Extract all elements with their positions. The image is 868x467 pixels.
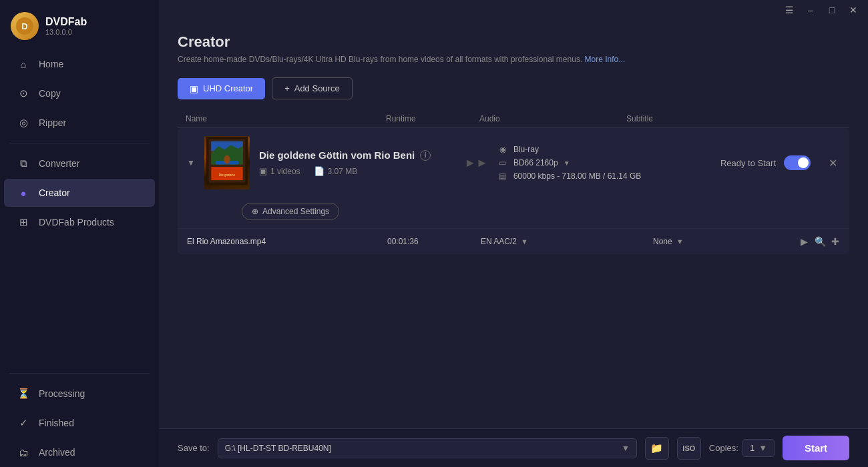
uhd-creator-icon: ▣	[190, 83, 198, 94]
sidebar-item-ripper[interactable]: ◎ Ripper	[4, 109, 155, 137]
iso-button[interactable]: ISO	[677, 437, 701, 460]
page-description: Create home-made DVDs/Blu-rays/4K Ultra …	[178, 55, 849, 64]
sidebar-label-archived: Archived	[39, 447, 75, 458]
file-row: ▼	[178, 128, 849, 254]
sidebar-label-creator: Creator	[39, 187, 70, 198]
bottom-bar: Save to: G:\ [HL-DT-ST BD-REBU40N] ▼ 📁 I…	[159, 428, 868, 467]
toolbar: ▣ UHD Creator + Add Source	[178, 77, 849, 99]
sub-runtime: 00:01:36	[387, 237, 481, 246]
ready-label: Ready to Start	[720, 158, 776, 168]
search-button[interactable]: 🔍	[815, 234, 826, 249]
uhd-creator-button[interactable]: ▣ UHD Creator	[178, 78, 265, 99]
logo-area: D DVDFab 13.0.0.0	[0, 0, 159, 49]
sidebar-item-home[interactable]: ⌂ Home	[4, 50, 155, 78]
bitrate-icon: ▤	[497, 171, 508, 181]
sidebar-item-archived[interactable]: 🗂 Archived	[4, 438, 155, 466]
minimize-button[interactable]: –	[801, 3, 820, 17]
thumbnail-image: Die goldene	[204, 136, 250, 189]
path-dropdown-arrow: ▼	[622, 444, 630, 453]
sidebar-item-finished[interactable]: ✓ Finished	[4, 409, 155, 437]
sidebar-item-copy[interactable]: ⊙ Copy	[4, 79, 155, 107]
bitrate-item: ▤ 60000 kbps - 718.00 MB / 61.14 GB	[497, 171, 711, 181]
ripper-icon: ◎	[17, 117, 29, 129]
content-area: Creator Create home-made DVDs/Blu-rays/4…	[159, 20, 868, 428]
quality-item: ▭ BD66 2160p ▼	[497, 158, 711, 167]
copies-dropdown-arrow: ▼	[758, 443, 767, 453]
add-button[interactable]: ✚	[831, 234, 841, 249]
format-item: ◉ Blu-ray	[497, 145, 711, 154]
video-icon: ▣	[259, 166, 267, 176]
sidebar-item-converter[interactable]: ⧉ Converter	[4, 149, 155, 177]
remove-file-button[interactable]: ✕	[825, 155, 840, 170]
page-title: Creator	[178, 33, 849, 51]
close-button[interactable]: ✕	[844, 3, 863, 17]
format-value: Blu-ray	[513, 145, 539, 154]
quality-value: BD66 2160p	[513, 158, 558, 167]
menu-button[interactable]: ☰	[780, 3, 799, 17]
sidebar-label-processing: Processing	[39, 388, 85, 399]
ready-section: Ready to Start	[720, 155, 811, 170]
quality-icon: ▭	[497, 158, 508, 167]
main-content: ☰ – □ ✕ Creator Create home-made DVDs/Bl…	[159, 0, 868, 467]
col-runtime: Runtime	[386, 114, 479, 123]
expand-arrow-icon[interactable]: ▼	[187, 158, 195, 167]
sidebar-label-dvdfab: DVDFab Products	[39, 217, 114, 227]
titlebar: ☰ – □ ✕	[159, 0, 868, 20]
svg-text:Die goldene: Die goldene	[219, 173, 236, 177]
col-audio: Audio	[479, 114, 626, 123]
app-version: 13.0.0.0	[45, 28, 87, 36]
col-subtitle: Subtitle	[626, 114, 760, 123]
add-source-icon: +	[284, 83, 290, 93]
settings-icon: ⊕	[252, 207, 258, 216]
folder-icon: 📁	[650, 442, 663, 454]
sidebar: D DVDFab 13.0.0.0 ⌂ Home ⊙ Copy ◎ Ripper…	[0, 0, 159, 467]
forward-arrows-icon[interactable]: ►►	[464, 156, 488, 170]
bitrate-value: 60000 kbps - 718.00 MB / 61.14 GB	[513, 171, 641, 181]
more-info-link[interactable]: More Info...	[585, 55, 626, 64]
audio-value: EN AAC/2	[481, 237, 517, 246]
col-name: Name	[186, 114, 386, 123]
sub-row: El Rio Amazonas.mp4 00:01:36 EN AAC/2 ▼ …	[178, 228, 849, 254]
processing-icon: ⏳	[17, 388, 29, 400]
save-label: Save to:	[178, 443, 210, 453]
creator-icon: ●	[17, 187, 29, 199]
subtitle-value: None	[653, 237, 672, 246]
file-row-main: ▼	[178, 128, 849, 197]
app-logo: D	[11, 12, 39, 40]
file-thumbnail: Die goldene	[204, 136, 250, 189]
sub-filename: El Rio Amazonas.mp4	[187, 237, 387, 246]
bluray-icon: ◉	[497, 145, 508, 154]
sub-actions: ▶ 🔍 ✚	[800, 234, 840, 249]
audio-select[interactable]: EN AAC/2 ▼	[481, 237, 653, 246]
sidebar-item-dvdfab-products[interactable]: ⊞ DVDFab Products	[4, 208, 155, 236]
copies-selector[interactable]: 1 ▼	[742, 439, 775, 457]
sidebar-label-converter: Converter	[39, 158, 79, 169]
quality-dropdown-arrow[interactable]: ▼	[564, 159, 570, 167]
sidebar-item-processing[interactable]: ⏳ Processing	[4, 380, 155, 408]
advanced-settings-button[interactable]: ⊕ Advanced Settings	[242, 203, 339, 220]
path-selector[interactable]: G:\ [HL-DT-ST BD-REBU40N] ▼	[218, 438, 637, 458]
sidebar-item-creator[interactable]: ● Creator	[4, 179, 155, 207]
audio-dropdown-arrow[interactable]: ▼	[521, 238, 528, 246]
size-icon: 📄	[314, 166, 324, 176]
products-icon: ⊞	[17, 216, 29, 228]
file-meta: ▣ 1 videos 📄 3.07 MB	[259, 166, 455, 176]
maximize-button[interactable]: □	[823, 3, 841, 17]
copies-section: Copies: 1 ▼	[709, 439, 775, 457]
sidebar-label-finished: Finished	[39, 418, 74, 428]
folder-button[interactable]: 📁	[645, 437, 669, 460]
file-title: Die goldene Göttin vom Rio Beni i	[259, 149, 455, 161]
file-size-item: 📄 3.07 MB	[314, 166, 358, 176]
subtitle-select[interactable]: None ▼	[653, 237, 800, 246]
file-size: 3.07 MB	[328, 167, 358, 176]
info-icon[interactable]: i	[420, 150, 431, 161]
ready-toggle[interactable]	[784, 155, 811, 170]
start-button[interactable]: Start	[783, 436, 849, 460]
copies-label: Copies:	[709, 443, 738, 453]
path-value: G:\ [HL-DT-ST BD-REBU40N]	[225, 444, 331, 453]
home-icon: ⌂	[17, 58, 29, 70]
add-source-button[interactable]: + Add Source	[272, 77, 353, 99]
subtitle-dropdown-arrow[interactable]: ▼	[676, 238, 684, 246]
play-button[interactable]: ▶	[800, 234, 809, 249]
svg-point-8	[224, 155, 230, 164]
